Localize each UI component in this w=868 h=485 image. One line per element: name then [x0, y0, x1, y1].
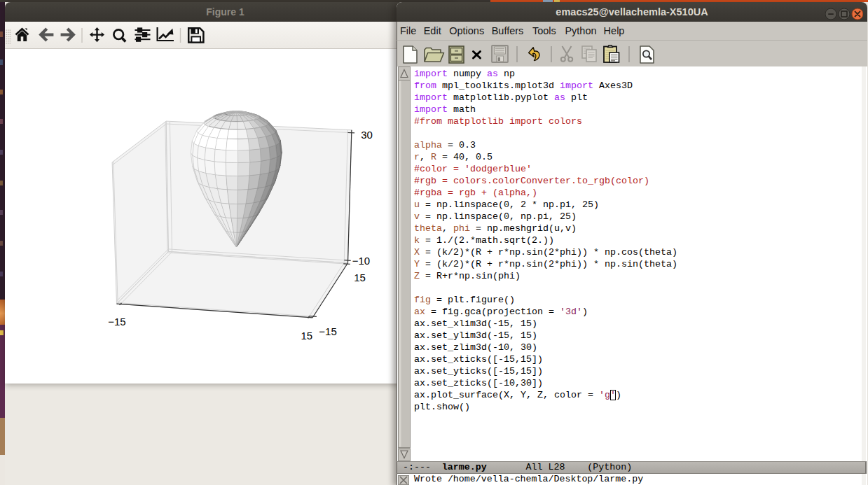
svg-text:−15: −15 [108, 316, 125, 328]
svg-text:−15: −15 [319, 325, 336, 337]
svg-text:15: 15 [354, 272, 366, 283]
svg-text:15: 15 [301, 330, 312, 342]
svg-text:−10: −10 [352, 255, 370, 267]
svg-text:30: 30 [361, 129, 373, 141]
